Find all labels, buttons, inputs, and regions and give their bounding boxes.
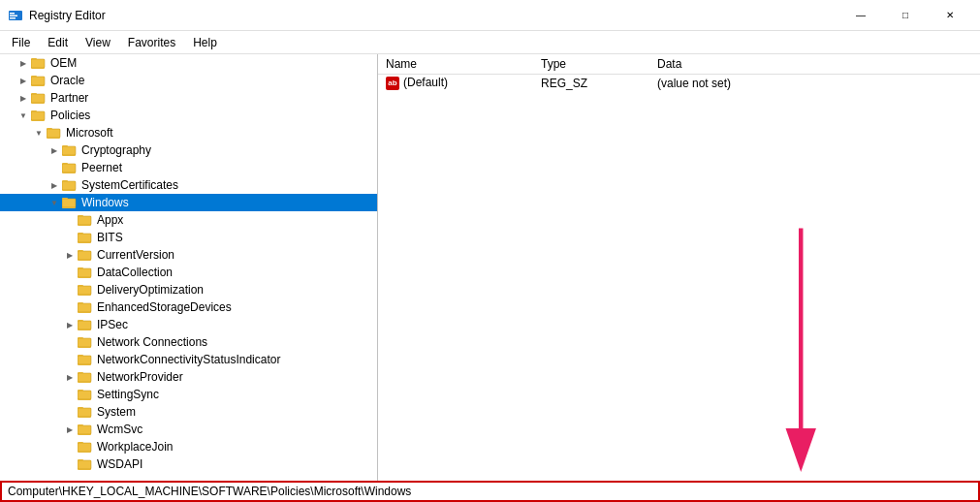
tree-node-ipsec[interactable]: IPSec [0, 316, 377, 333]
svg-rect-42 [78, 268, 91, 277]
tree-node-oracle[interactable]: Oracle [0, 72, 377, 89]
registry-table[interactable]: NameTypeData ab(Default)REG_SZ(value not… [378, 54, 980, 92]
cell-name: ab(Default) [378, 75, 533, 92]
tree-node-label-microsoft: Microsoft [64, 126, 113, 140]
tree-node-peernet[interactable]: Peernet [0, 159, 377, 176]
tree-expander-policies[interactable] [16, 108, 31, 123]
tree-node-networkconnectivitystatusindicator[interactable]: NetworkConnectivityStatusIndicator [0, 351, 377, 368]
tree-node-label-wsdapi: WSDAPI [95, 457, 142, 471]
tree-pane: OEM Oracle Partner Policies Microsoft Cr… [0, 54, 378, 481]
tree-node-label-cryptography: Cryptography [79, 143, 151, 157]
tree-node-wsdapi[interactable]: WSDAPI [0, 455, 377, 473]
svg-rect-6 [31, 59, 45, 68]
svg-rect-45 [78, 286, 91, 295]
tree-node-label-windows: Windows [79, 196, 129, 209]
values-table: NameTypeData ab(Default)REG_SZ(value not… [378, 54, 980, 92]
tree-node-label-deliveryoptimization: DeliveryOptimization [95, 283, 204, 297]
tree-expander-systemcertificates[interactable] [47, 177, 62, 193]
folder-icon-cryptography [62, 143, 78, 157]
tree-node-wcmsvc[interactable]: WcmSvc [0, 421, 377, 438]
tree-expander-networkprovider[interactable] [62, 369, 78, 385]
tree-node-workplacejoin[interactable]: WorkplaceJoin [0, 438, 377, 455]
menu-item-favorites[interactable]: Favorites [120, 34, 183, 51]
tree-node-label-policies: Policies [48, 109, 90, 122]
svg-rect-51 [78, 321, 91, 329]
tree-expander-wsdapi [62, 456, 78, 472]
menu-item-file[interactable]: File [4, 34, 38, 51]
tree-node-system[interactable]: System [0, 403, 377, 421]
tree-node-label-partner: Partner [48, 91, 88, 105]
tree-node-label-bits: BITS [95, 231, 123, 244]
tree-node-appx[interactable]: Appx [0, 211, 377, 229]
app-title: Registry Editor [29, 9, 106, 22]
table-row[interactable]: ab(Default)REG_SZ(value not set) [378, 75, 980, 92]
menu-bar: FileEditViewFavoritesHelp [0, 31, 980, 54]
tree-node-currentversion[interactable]: CurrentVersion [0, 246, 377, 264]
tree-expander-enhancedstoragedevices [62, 299, 78, 315]
tree-node-label-systemcertificates: SystemCertificates [79, 178, 178, 192]
folder-icon-windows [62, 196, 78, 209]
cell-data: (value not set) [649, 75, 980, 92]
tree-expander-wcmsvc[interactable] [62, 422, 78, 437]
folder-icon-appx [78, 213, 93, 227]
tree-node-label-workplacejoin: WorkplaceJoin [95, 440, 173, 454]
tree-node-networkconnections[interactable]: Network Connections [0, 333, 377, 351]
folder-icon-enhancedstoragedevices [78, 300, 93, 314]
tree-node-label-currentversion: CurrentVersion [95, 248, 174, 262]
folder-icon-microsoft [47, 126, 62, 140]
tree-node-systemcertificates[interactable]: SystemCertificates [0, 176, 377, 194]
folder-icon-oem [31, 56, 47, 70]
reg-name-text: (Default) [403, 76, 448, 89]
svg-rect-2 [10, 15, 17, 16]
menu-item-edit[interactable]: Edit [40, 34, 76, 51]
title-bar-left: Registry Editor [8, 8, 106, 23]
tree-node-policies[interactable]: Policies [0, 107, 377, 124]
tree-node-enhancedstoragedevices[interactable]: EnhancedStorageDevices [0, 298, 377, 316]
folder-icon-policies [31, 109, 47, 122]
tree-scroll[interactable]: OEM Oracle Partner Policies Microsoft Cr… [0, 54, 377, 481]
tree-node-label-settingsync: SettingSync [95, 388, 159, 401]
tree-node-label-wcmsvc: WcmSvc [95, 423, 142, 436]
tree-node-settingsync[interactable]: SettingSync [0, 386, 377, 403]
tree-expander-cryptography[interactable] [47, 142, 62, 158]
tree-expander-currentversion[interactable] [62, 247, 78, 263]
tree-expander-oracle[interactable] [16, 73, 31, 88]
tree-node-cryptography[interactable]: Cryptography [0, 141, 377, 159]
svg-rect-12 [31, 94, 45, 103]
tree-expander-microsoft[interactable] [31, 125, 47, 141]
tree-expander-deliveryoptimization [62, 282, 78, 298]
tree-node-windows[interactable]: Windows [0, 194, 377, 211]
tree-expander-windows[interactable] [47, 195, 62, 210]
tree-node-oem[interactable]: OEM [0, 54, 377, 72]
tree-node-networkprovider[interactable]: NetworkProvider [0, 368, 377, 386]
tree-expander-ipsec[interactable] [62, 317, 78, 332]
window-controls: — □ ✕ [838, 0, 972, 31]
tree-node-partner[interactable]: Partner [0, 89, 377, 107]
folder-icon-system [78, 405, 93, 419]
folder-icon-wsdapi [78, 457, 93, 471]
minimize-button[interactable]: — [838, 0, 883, 31]
folder-icon-bits [78, 231, 93, 244]
menu-item-help[interactable]: Help [185, 34, 225, 51]
svg-rect-21 [62, 146, 76, 155]
svg-rect-60 [78, 373, 91, 382]
right-pane: NameTypeData ab(Default)REG_SZ(value not… [378, 54, 980, 481]
tree-node-label-networkconnections: Network Connections [95, 335, 207, 349]
tree-node-microsoft[interactable]: Microsoft [0, 124, 377, 141]
tree-node-deliveryoptimization[interactable]: DeliveryOptimization [0, 281, 377, 298]
tree-expander-oem[interactable] [16, 55, 31, 71]
menu-item-view[interactable]: View [78, 34, 118, 51]
svg-rect-72 [78, 443, 91, 452]
folder-icon-systemcertificates [62, 178, 78, 192]
maximize-button[interactable]: □ [883, 0, 928, 31]
svg-rect-36 [78, 234, 91, 242]
reg-value-icon: ab [386, 77, 399, 90]
close-button[interactable]: ✕ [928, 0, 972, 31]
folder-icon-networkconnections [78, 335, 93, 349]
tree-node-bits[interactable]: BITS [0, 229, 377, 246]
tree-expander-partner[interactable] [16, 90, 31, 106]
tree-expander-workplacejoin [62, 439, 78, 455]
tree-node-datacollection[interactable]: DataCollection [0, 264, 377, 281]
svg-rect-30 [62, 199, 76, 207]
svg-rect-33 [78, 216, 91, 225]
